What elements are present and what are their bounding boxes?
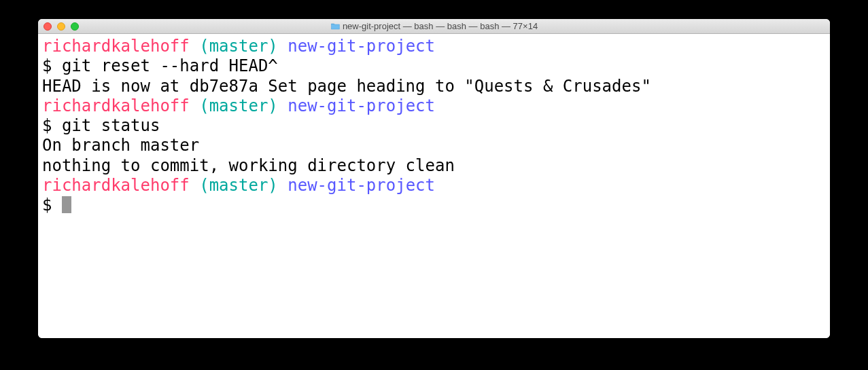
prompt-branch: (master) [199,96,278,115]
output-line: On branch master [42,136,826,155]
close-button[interactable] [44,22,52,31]
folder-icon [330,22,340,30]
command-line: $ git status [42,116,826,136]
terminal-body[interactable]: richardkalehoff (master) new-git-project… [38,34,830,338]
prompt-line: richardkalehoff (master) new-git-project [42,176,826,196]
prompt-line: richardkalehoff (master) new-git-project [42,37,826,56]
prompt-dir: new-git-project [288,96,435,115]
command-text: git reset --hard HEAD^ [62,56,278,75]
minimize-button[interactable] [57,22,65,31]
prompt-user: richardkalehoff [42,96,190,115]
window-title-group: new-git-project — bash — bash — bash — 7… [330,21,538,31]
output-line: HEAD is now at db7e87a Set page heading … [42,77,826,96]
prompt-user: richardkalehoff [42,37,190,56]
traffic-lights [44,22,79,31]
command-text: git status [62,116,160,135]
output-line: nothing to commit, working directory cle… [42,156,826,176]
prompt-branch: (master) [199,37,278,56]
prompt-dir: new-git-project [288,37,435,56]
prompt-line: richardkalehoff (master) new-git-project [42,96,826,116]
cursor [62,196,71,213]
maximize-button[interactable] [71,22,79,31]
terminal-window: new-git-project — bash — bash — bash — 7… [38,19,830,338]
titlebar[interactable]: new-git-project — bash — bash — bash — 7… [38,19,830,34]
prompt-dir: new-git-project [288,176,435,195]
prompt-symbol: $ [42,56,52,75]
prompt-user: richardkalehoff [42,176,190,195]
prompt-symbol: $ [42,196,52,215]
prompt-symbol: $ [42,116,52,135]
command-line: $ [42,196,826,215]
prompt-branch: (master) [199,176,278,195]
command-line: $ git reset --hard HEAD^ [42,56,826,76]
window-title: new-git-project — bash — bash — bash — 7… [343,21,538,31]
